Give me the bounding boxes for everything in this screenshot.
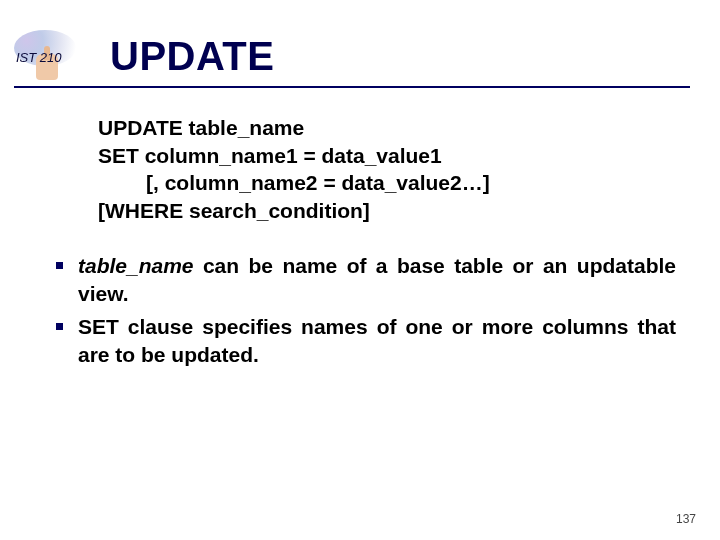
slide-header: IST 210 UPDATE xyxy=(14,24,690,88)
syntax-line-1: UPDATE table_name xyxy=(98,114,680,142)
page-number: 137 xyxy=(676,512,696,526)
course-label: IST 210 xyxy=(16,50,62,65)
header-rule xyxy=(14,86,690,88)
logo-icon: IST 210 xyxy=(14,28,78,84)
bullet-1: table_name can be name of a base table o… xyxy=(48,252,676,307)
syntax-line-4: [WHERE search_condition] xyxy=(98,197,680,225)
bullet-2: SET clause specifies names of one or mor… xyxy=(48,313,676,368)
syntax-line-2: SET column_name1 = data_value1 xyxy=(98,142,680,170)
bullet-list: table_name can be name of a base table o… xyxy=(48,252,676,375)
slide-title: UPDATE xyxy=(110,34,274,79)
sql-syntax-block: UPDATE table_name SET column_name1 = dat… xyxy=(98,114,680,225)
syntax-line-3: [, column_name2 = data_value2…] xyxy=(98,169,680,197)
bullet-1-em: table_name xyxy=(78,254,194,277)
slide: IST 210 UPDATE UPDATE table_name SET col… xyxy=(0,0,720,540)
